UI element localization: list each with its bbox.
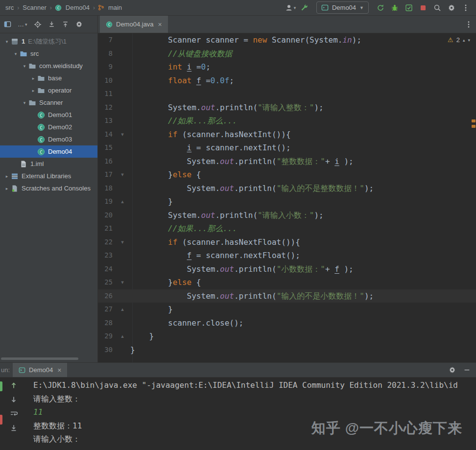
line-number[interactable]: 9 (98, 60, 115, 74)
fold-marker-icon[interactable]: ▴ (115, 303, 130, 316)
stop-button[interactable] (417, 2, 429, 14)
code-line-23[interactable]: 23 f = scanner.nextFloat(); (98, 249, 476, 262)
down-arrow-icon[interactable] (10, 396, 18, 403)
tree-item-demo01[interactable]: CDemo01 (0, 109, 97, 121)
code-line-29[interactable]: 29▴ } (98, 330, 476, 343)
tree-chevron-icon[interactable]: ▸ (29, 76, 37, 81)
code-line-19[interactable]: 19▴ } (98, 195, 476, 209)
line-number[interactable]: 25 (98, 276, 115, 289)
tree-item-external-libraries[interactable]: ▸External Libraries (0, 170, 97, 182)
coverage-button[interactable] (403, 2, 415, 14)
line-number[interactable]: 10 (98, 74, 115, 88)
breadcrumb-demo04[interactable]: Demo04 (64, 4, 91, 11)
code-line-25[interactable]: 25▾ }else { (98, 276, 476, 289)
line-number[interactable]: 7 (98, 33, 115, 47)
user-menu-button[interactable]: ▾ (284, 2, 297, 14)
tree-chevron-icon[interactable]: ▾ (12, 51, 20, 56)
line-number[interactable]: 28 (98, 316, 115, 330)
editor-tab-demo04[interactable]: C Demo04.java × (100, 16, 168, 33)
tree-chevron-icon[interactable]: ▾ (21, 100, 28, 105)
code-line-22[interactable]: 22▾ if (scanner.hasNextFloat()){ (98, 236, 476, 249)
inspection-widget[interactable]: ⚠ 2 ▴ ▾ (448, 36, 470, 44)
editor-pane[interactable]: 7 Scanner scanner = new Scanner(System.i… (98, 33, 476, 362)
code-line-28[interactable]: 28 scanner.close(); (98, 316, 476, 330)
tree-chevron-icon[interactable]: ▾ (3, 39, 11, 44)
fold-marker-icon[interactable]: ▾ (115, 236, 130, 249)
line-number[interactable]: 18 (98, 182, 115, 195)
run-icon[interactable] (0, 381, 2, 391)
tree-item-scratches-and-consoles[interactable]: ▸Scratches and Consoles (0, 182, 97, 194)
tree-item-demo02[interactable]: CDemo02 (0, 121, 97, 133)
tree-item-1[interactable]: ▾1E:\随堂练习\1 (0, 35, 97, 47)
next-issue-icon[interactable]: ▾ (468, 38, 470, 43)
code-line-8[interactable]: 8 //从键盘接收数据 (98, 47, 476, 61)
code-line-26[interactable]: 26 System.out.println("输入的不是小数数据！"); (98, 289, 476, 303)
gear-icon[interactable] (75, 21, 83, 28)
code-line-9[interactable]: 9 int i =0; (98, 60, 476, 74)
line-number[interactable]: 29 (98, 330, 115, 343)
kebab-menu-button[interactable] (459, 2, 472, 14)
tree-item-demo03[interactable]: CDemo03 (0, 133, 97, 145)
line-number[interactable]: 14 (98, 128, 115, 142)
line-number[interactable]: 13 (98, 114, 115, 128)
line-number[interactable]: 24 (98, 262, 115, 276)
fold-marker-icon[interactable]: ▾ (115, 276, 130, 289)
view-options-button[interactable]: … ▾ (18, 21, 27, 28)
tree-item-com-weidistudy[interactable]: ▾com.weidistudy (0, 60, 97, 72)
line-number[interactable]: 23 (98, 249, 115, 262)
tool-window-icon[interactable] (4, 21, 11, 28)
line-number[interactable]: 19 (98, 195, 115, 209)
code-line-10[interactable]: 10 float f =0.0f; (98, 74, 476, 88)
settings-button[interactable] (445, 2, 458, 14)
line-number[interactable]: 22 (98, 236, 115, 249)
code-line-12[interactable]: 12 System.out.println("请输入整数："); (98, 101, 476, 115)
line-number[interactable]: 15 (98, 141, 115, 155)
expand-all-icon[interactable] (48, 21, 55, 28)
code-line-13[interactable]: 13 //如果...那么... (98, 114, 476, 128)
close-icon[interactable]: × (57, 366, 61, 374)
code-line-7[interactable]: 7 Scanner scanner = new Scanner(System.i… (98, 33, 476, 47)
code-line-16[interactable]: 16 System.out.println("整数数据："+ i ); (98, 155, 476, 168)
fold-marker-icon[interactable]: ▾ (115, 128, 130, 142)
gear-icon[interactable] (449, 366, 456, 374)
console-output[interactable]: E:\JDK1.8\bin\java.exe "-javaagent:E:\ID… (27, 378, 476, 450)
line-number[interactable]: 21 (98, 222, 115, 236)
code-line-17[interactable]: 17▾ }else { (98, 168, 476, 182)
build-project-button[interactable] (298, 2, 311, 14)
line-number[interactable]: 17 (98, 168, 115, 182)
code-line-21[interactable]: 21 //如果...那么... (98, 222, 476, 236)
fold-marker-icon[interactable]: ▾ (115, 168, 130, 182)
tree-item-scanner[interactable]: ▾Scanner (0, 96, 97, 109)
fold-marker-icon[interactable]: ▴ (115, 330, 130, 343)
prev-issue-icon[interactable]: ▴ (463, 38, 465, 43)
tree-item-base[interactable]: ▸base (0, 72, 97, 84)
error-stripe-mark[interactable] (472, 125, 476, 128)
up-arrow-icon[interactable] (10, 381, 18, 389)
tree-item-operator[interactable]: ▸operator (0, 84, 97, 96)
tree-chevron-icon[interactable]: ▾ (21, 64, 28, 69)
line-number[interactable]: 30 (98, 343, 115, 357)
search-everywhere-button[interactable] (431, 2, 444, 14)
line-number[interactable]: 26 (98, 289, 115, 303)
code-line-27[interactable]: 27▴ } (98, 303, 476, 316)
run-tab-demo04[interactable]: Demo04 × (13, 363, 67, 377)
breadcrumb-scanner[interactable]: Scanner (21, 4, 48, 11)
tree-item-1-iml[interactable]: 1.iml (0, 158, 97, 170)
tree-chevron-icon[interactable]: ▸ (29, 88, 37, 93)
code-line-11[interactable]: 11 (98, 87, 476, 101)
soft-wrap-icon[interactable] (10, 410, 18, 418)
kebab-menu-icon[interactable] (465, 21, 472, 28)
line-number[interactable]: 20 (98, 209, 115, 222)
code-line-24[interactable]: 24 System.out.println("小数数据："+ f ); (98, 262, 476, 276)
horizontal-scrollbar[interactable] (1, 357, 78, 360)
breadcrumb-src[interactable]: src (4, 4, 15, 11)
code-line-15[interactable]: 15 i = scanner.nextInt(); (98, 141, 476, 155)
rerun-button[interactable] (374, 2, 387, 14)
tree-item-src[interactable]: ▾src (0, 47, 97, 60)
minimize-icon[interactable] (464, 367, 470, 373)
tree-chevron-icon[interactable]: ▸ (3, 174, 11, 179)
line-number[interactable]: 8 (98, 47, 115, 61)
code-line-18[interactable]: 18 System.out.println("输入的不是整数数据！"); (98, 182, 476, 195)
line-number[interactable]: 11 (98, 87, 115, 101)
error-stripe-mark[interactable] (472, 119, 476, 122)
